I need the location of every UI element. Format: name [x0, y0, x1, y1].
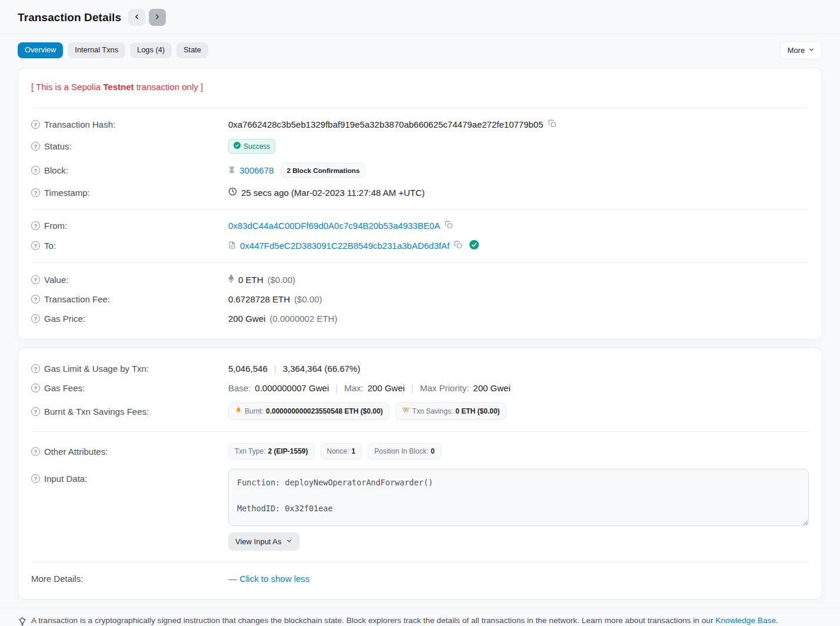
to-row: ? To: 0x447Fd5eC2D383091C22B8549cb231a3b…	[31, 235, 809, 256]
question-icon[interactable]: ?	[31, 447, 40, 456]
more-details-row: More Details: — Click to show less	[31, 569, 809, 588]
more-details-label: More Details:	[31, 574, 83, 584]
status-value: Success	[244, 142, 270, 151]
question-icon[interactable]: ?	[31, 241, 40, 250]
footer-text: A transaction is a cryptographically sig…	[31, 616, 714, 625]
question-icon[interactable]: ?	[31, 364, 40, 373]
base-fee-label: Base:	[228, 383, 251, 393]
warning-emphasis: Testnet	[103, 82, 134, 92]
gas-limit-value: 5,046,546	[228, 364, 268, 374]
warning-prefix: [ This is a Sepolia	[31, 82, 103, 92]
question-icon[interactable]: ?	[31, 142, 40, 151]
copy-hash-button[interactable]	[548, 119, 557, 129]
base-fee-value: 0.000000007 Gwei	[255, 383, 329, 393]
page-title: Transaction Details	[18, 11, 121, 24]
gas-limit-row: ? Gas Limit & Usage by Txn: 5,046,546 | …	[31, 359, 809, 378]
question-icon[interactable]: ?	[31, 120, 40, 129]
timestamp-label: Timestamp:	[44, 188, 90, 198]
prev-transaction-button[interactable]	[128, 9, 145, 26]
warning-suffix: transaction only ]	[134, 82, 204, 92]
next-transaction-button[interactable]	[149, 9, 166, 26]
footer-suffix: .	[776, 616, 778, 625]
chevron-down-icon	[808, 46, 815, 55]
txn-savings-value: 0 ETH ($0.00)	[455, 407, 499, 415]
transaction-hash-value: 0xa7662428c3b5eb1329fbaf919e5a32b3870ab6…	[228, 119, 544, 129]
overview-card: [ This is a Sepolia Testnet transaction …	[18, 68, 822, 339]
input-data-label: Input Data:	[44, 474, 87, 484]
status-badge: Success	[228, 139, 275, 154]
show-less-link[interactable]: — Click to show less	[228, 574, 309, 584]
value-label: Value:	[44, 275, 68, 285]
tab-list: Overview Internal Txns Logs (4) State	[18, 42, 208, 58]
to-label: To:	[44, 241, 56, 251]
txn-type-badge: Txn Type: 2 (EIP-1559)	[228, 443, 315, 459]
gas-price-label: Gas Price:	[44, 314, 85, 324]
txn-type-label: Txn Type:	[235, 447, 265, 455]
chevron-left-icon	[133, 13, 141, 22]
check-circle-icon	[234, 142, 241, 151]
question-icon[interactable]: ?	[31, 221, 40, 230]
more-dropdown-button[interactable]: More	[780, 41, 822, 59]
value-amount: 0 ETH	[238, 275, 264, 285]
knowledge-base-link[interactable]: Knowledge Base	[715, 616, 776, 625]
question-icon[interactable]: ?	[31, 474, 40, 483]
gas-limit-label: Gas Limit & Usage by Txn:	[44, 364, 149, 374]
transaction-fee-amount: 0.6728728 ETH	[228, 294, 290, 304]
view-input-as-button[interactable]: View Input As	[228, 532, 299, 551]
burnt-badge: Burnt: 0.000000000023550548 ETH ($0.00)	[228, 402, 389, 420]
position-in-block-label: Position In Block:	[374, 447, 428, 455]
burnt-savings-label: Burnt & Txn Savings Fees:	[44, 407, 149, 417]
to-address-link[interactable]: 0x447Fd5eC2D383091C22B8549cb231a3bAD6d3f…	[240, 241, 449, 251]
other-attributes-label: Other Attributes:	[44, 447, 108, 457]
max-priority-label: Max Priority:	[420, 383, 469, 393]
transaction-fee-label: Transaction Fee:	[44, 294, 110, 304]
value-usd: ($0.00)	[268, 275, 296, 285]
from-address-link[interactable]: 0x83dC44a4C00DFf69d0A0c7c94B20b53a4933BE…	[228, 221, 440, 231]
divider	[31, 108, 809, 108]
block-label: Block:	[44, 165, 68, 175]
question-icon[interactable]: ?	[31, 188, 40, 197]
divider	[31, 209, 809, 209]
clock-icon	[228, 187, 237, 198]
max-fee-label: Max:	[344, 383, 364, 393]
tab-logs[interactable]: Logs (4)	[130, 42, 172, 58]
question-icon[interactable]: ?	[31, 275, 40, 284]
transaction-fee-row: ? Transaction Fee: 0.6728728 ETH ($0.00)	[31, 289, 809, 309]
divider	[31, 562, 809, 562]
lightbulb-icon	[18, 617, 27, 626]
max-fee-value: 200 Gwei	[368, 383, 405, 393]
status-row: ? Status: Success	[31, 134, 809, 158]
tab-toolbar: Overview Internal Txns Logs (4) State Mo…	[0, 34, 840, 68]
transaction-hash-row: ? Transaction Hash: 0xa7662428c3b5eb1329…	[31, 115, 809, 134]
block-confirmations-badge: 2 Block Confirmations	[281, 163, 365, 178]
tab-overview[interactable]: Overview	[18, 42, 63, 58]
transaction-fee-usd: ($0.00)	[294, 294, 322, 304]
input-data-textarea[interactable]: Function: deployNewOperatorAndForwarder(…	[228, 469, 809, 526]
question-icon[interactable]: ?	[31, 295, 40, 304]
question-icon[interactable]: ?	[31, 407, 40, 416]
copy-from-address-button[interactable]	[444, 221, 454, 231]
tab-state[interactable]: State	[176, 42, 208, 58]
divider	[31, 431, 809, 432]
from-row: ? From: 0x83dC44a4C00DFf69d0A0c7c94B20b5…	[31, 216, 809, 235]
position-in-block-value: 0	[431, 447, 435, 455]
verified-check-icon	[469, 240, 479, 251]
page-footer: A transaction is a cryptographically sig…	[0, 608, 840, 626]
testnet-warning: [ This is a Sepolia Testnet transaction …	[31, 79, 809, 101]
view-input-as-label: View Input As	[235, 537, 282, 546]
tab-internal-txns[interactable]: Internal Txns	[68, 42, 125, 58]
details-card: ? Gas Limit & Usage by Txn: 5,046,546 | …	[18, 348, 822, 600]
block-number-link[interactable]: 3006678	[239, 165, 274, 175]
question-icon[interactable]: ?	[31, 166, 40, 175]
value-row: ? Value: 0 ETH ($0.00)	[31, 269, 809, 289]
max-priority-value: 200 Gwei	[473, 383, 510, 393]
question-icon[interactable]: ?	[31, 384, 40, 392]
hourglass-icon	[228, 165, 235, 176]
position-in-block-badge: Position In Block: 0	[368, 443, 441, 459]
status-label: Status:	[44, 141, 72, 151]
copy-to-address-button[interactable]	[454, 241, 463, 251]
separator: |	[272, 364, 279, 374]
question-icon[interactable]: ?	[31, 314, 40, 323]
copy-icon	[454, 241, 462, 251]
money-wings-icon	[402, 407, 410, 416]
